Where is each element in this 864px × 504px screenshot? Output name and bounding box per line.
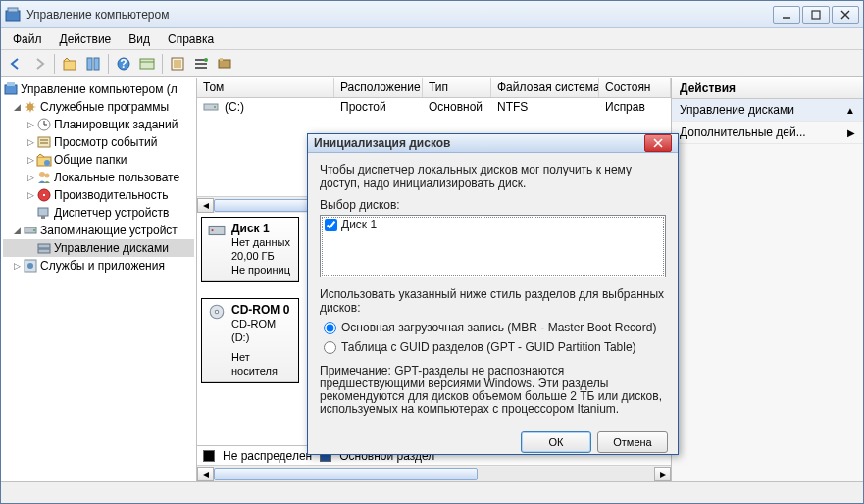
tree-shared-folders[interactable]: ▷ Общие папки (3, 151, 194, 169)
tree-device-manager[interactable]: Диспетчер устройств (3, 204, 194, 222)
bottom-scrollbar[interactable]: ◂ ▸ (197, 465, 671, 481)
gpt-option[interactable]: Таблица c GUID разделов (GPT - GUID Part… (324, 340, 666, 354)
svg-point-33 (45, 174, 50, 178)
disk-1-block[interactable]: Диск 1 Нет данных 20,00 ГБ Не проиниц (201, 217, 299, 282)
svg-rect-14 (174, 60, 181, 68)
disk-select-item[interactable]: Диск 1 (322, 217, 664, 232)
tree-label: Общие папки (54, 153, 127, 167)
action-icon[interactable] (214, 53, 235, 75)
tree-root[interactable]: Управление компьютером (л (3, 80, 194, 98)
close-button[interactable] (832, 6, 859, 24)
disk-1-line3: Не проиниц (231, 263, 290, 277)
svg-rect-40 (38, 244, 50, 248)
properties-icon[interactable] (82, 53, 104, 75)
scroll-right-icon[interactable]: ▸ (654, 467, 671, 481)
tree-root-label: Управление компьютером (л (21, 82, 178, 96)
dialog-close-button[interactable] (644, 134, 672, 152)
disk-1-line1: Нет данных (231, 235, 290, 249)
refresh-icon[interactable] (167, 53, 188, 75)
tree-label: Планировщик заданий (54, 118, 178, 131)
scroll-left-icon[interactable]: ◂ (197, 198, 214, 213)
svg-rect-6 (64, 61, 76, 70)
dialog-select-label: Выбор дисков: (320, 198, 666, 212)
actions-pane: Действия Управление дисками ▲ Дополнител… (672, 78, 863, 481)
cdrom-icon (208, 303, 226, 324)
view-icon[interactable] (136, 53, 158, 75)
dialog-note: Примечание: GPT-разделы не распознаются … (320, 365, 666, 416)
svg-point-32 (39, 172, 45, 177)
cdrom-block[interactable]: CD-ROM 0 CD-ROM (D:) Нет носителя (201, 298, 299, 383)
minimize-button[interactable] (773, 6, 800, 24)
actions-more-label: Дополнительные дей... (680, 126, 806, 139)
svg-rect-35 (43, 194, 45, 196)
col-status[interactable]: Состоян (599, 78, 671, 97)
forward-button[interactable] (28, 53, 50, 75)
tree-label: Диспетчер устройств (54, 206, 169, 220)
menu-action[interactable]: Действие (52, 30, 120, 48)
col-volume[interactable]: Том (197, 78, 334, 97)
tree-local-users[interactable]: ▷ Локальные пользовате (3, 169, 194, 186)
tree-label: Управление дисками (54, 241, 169, 255)
mbr-radio[interactable] (324, 322, 336, 334)
scroll-left-icon[interactable]: ◂ (197, 467, 214, 481)
svg-rect-37 (41, 216, 45, 219)
cancel-button[interactable]: Отмена (597, 431, 668, 453)
svg-rect-41 (38, 249, 50, 253)
tree-task-scheduler[interactable]: ▷ Планировщик заданий (3, 116, 194, 133)
menu-view[interactable]: Вид (121, 30, 158, 48)
svg-rect-17 (195, 67, 207, 69)
cell-volume: (C:) (225, 100, 244, 114)
maximize-button[interactable] (802, 6, 830, 24)
svg-rect-22 (7, 82, 15, 86)
svg-point-45 (214, 106, 216, 108)
svg-rect-1 (8, 8, 18, 12)
svg-point-39 (33, 229, 35, 231)
tree-storage[interactable]: ◢ Запоминающие устройст (3, 222, 194, 239)
col-type[interactable]: Тип (423, 78, 491, 97)
mbr-option[interactable]: Основная загрузочная запись (MBR - Maste… (324, 321, 666, 334)
volume-row[interactable]: (C:) Простой Основной NTFS Исправ (197, 98, 671, 116)
svg-point-31 (44, 160, 50, 166)
cdrom-title: CD-ROM 0 (231, 303, 292, 317)
tree-performance[interactable]: ▷ Производительность (3, 186, 194, 204)
svg-point-43 (27, 263, 33, 269)
svg-rect-16 (195, 63, 207, 65)
tree-label: Локальные пользовате (54, 171, 179, 184)
ok-button[interactable]: ОК (521, 431, 591, 453)
svg-rect-3 (812, 11, 820, 19)
menubar: Файл Действие Вид Справка (1, 28, 863, 50)
help-icon[interactable]: ? (113, 53, 134, 75)
actions-disk-mgmt[interactable]: Управление дисками ▲ (672, 99, 863, 122)
cell-type: Основной (423, 99, 491, 115)
tree-system-tools[interactable]: ◢ Служебные программы (3, 98, 194, 116)
cell-filesystem: NTFS (491, 99, 599, 115)
col-filesystem[interactable]: Файловая система (491, 78, 599, 97)
disk-1-checkbox[interactable] (325, 219, 337, 231)
cell-status: Исправ (599, 99, 671, 115)
tree-label: Службы и приложения (40, 259, 165, 273)
dialog-titlebar[interactable]: Инициализация дисков (308, 134, 678, 153)
legend-unallocated-icon (203, 450, 215, 462)
menu-file[interactable]: Файл (5, 30, 50, 48)
list-icon[interactable] (190, 53, 212, 75)
actions-more[interactable]: Дополнительные дей... ▶ (672, 122, 863, 144)
titlebar[interactable]: Управление компьютером (1, 1, 863, 28)
gpt-radio[interactable] (324, 341, 336, 354)
tree-disk-management[interactable]: Управление дисками (3, 239, 194, 257)
mbr-label: Основная загрузочная запись (MBR - Maste… (341, 321, 656, 334)
statusbar (1, 481, 863, 503)
toolbar: ? (1, 50, 863, 77)
partition-style-label: Использовать указанный ниже стиль раздел… (320, 287, 666, 315)
legend-unallocated: Не распределен (223, 449, 312, 463)
actions-disk-mgmt-label: Управление дисками (680, 103, 794, 117)
back-button[interactable] (5, 53, 26, 75)
svg-rect-11 (140, 59, 154, 69)
tree-services-apps[interactable]: ▷ Службы и приложения (3, 257, 194, 275)
svg-rect-27 (38, 137, 50, 147)
disk-select-list[interactable]: Диск 1 (320, 215, 666, 277)
col-layout[interactable]: Расположение (334, 78, 423, 97)
menu-help[interactable]: Справка (160, 30, 222, 48)
up-icon[interactable] (59, 53, 80, 75)
gpt-label: Таблица c GUID разделов (GPT - GUID Part… (341, 340, 636, 354)
tree-event-viewer[interactable]: ▷ Просмотр событий (3, 133, 194, 151)
